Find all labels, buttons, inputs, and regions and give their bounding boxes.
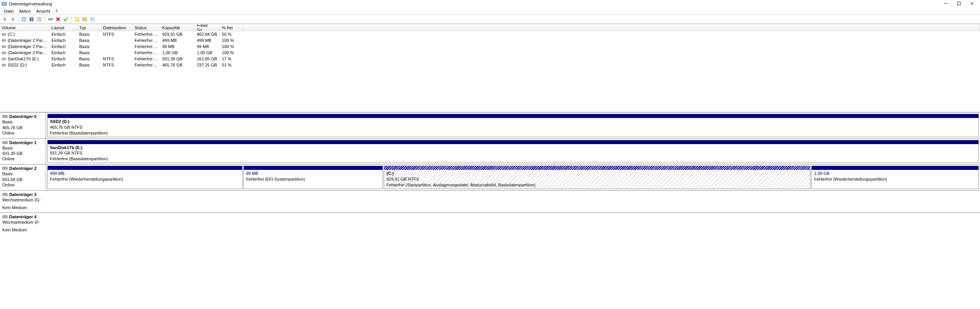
volume-cap: 99 MB	[161, 44, 195, 49]
disk-row: Datenträger 0Basis465,76 GBOnlineSSD2 (D…	[0, 112, 980, 138]
svg-rect-7	[22, 17, 26, 21]
warning-icon[interactable]	[73, 16, 80, 23]
disk-state: Kein Medium	[2, 227, 44, 233]
volume-row[interactable]: (Datenträger 2 Par…EinfachBasisFehlerfre…	[0, 50, 980, 56]
svg-rect-24	[83, 18, 87, 21]
volume-typ: Basis	[78, 56, 101, 61]
disk-info[interactable]: Datenträger 1Basis931,39 GBOnline	[0, 139, 46, 164]
hdd-icon	[2, 215, 8, 219]
partition-detail: Fehlerfrei (Wiederherstellungspartition)	[814, 176, 976, 182]
partition[interactable]: 499 MBFehlerfrei (Wiederherstellungspart…	[47, 166, 243, 189]
volume-typ: Basis	[78, 38, 101, 43]
delete-icon[interactable]	[55, 16, 62, 23]
col-header-pct[interactable]: % frei	[220, 24, 243, 31]
disk-partitions: SanDisk1Tb (E:)931,39 GB NTFSFehlerfrei …	[46, 139, 980, 164]
volume-list-pane: Volume Layout Typ Dateisystem Status Kap…	[0, 24, 980, 112]
volume-row[interactable]: SanDisk1Tb (E:)EinfachBasisNTFSFehlerfre…	[0, 56, 980, 62]
menu-help[interactable]: ?	[53, 9, 60, 13]
volume-free: 1,00 GB	[195, 50, 220, 55]
svg-rect-44	[3, 193, 7, 196]
volume-pct: 100 %	[220, 38, 243, 43]
disk-state: Online	[2, 182, 43, 188]
volume-row[interactable]: (Datenträger 2 Par…EinfachBasisFehlerfre…	[0, 43, 980, 50]
disk-info[interactable]: Datenträger 2Basis931,50 GBOnline	[0, 164, 46, 190]
svg-rect-34	[2, 47, 4, 47]
drive-icon	[2, 38, 6, 43]
volume-typ: Basis	[78, 32, 101, 37]
partition-stripe	[384, 166, 810, 170]
volume-layout: Einfach	[50, 44, 78, 49]
hdd-icon	[2, 141, 8, 145]
disk-icon[interactable]	[81, 16, 88, 23]
svg-point-23	[77, 19, 79, 22]
disk-type: Basis	[2, 145, 43, 151]
volume-pct: 100 %	[220, 50, 243, 55]
menu-file[interactable]: Datei	[2, 9, 16, 13]
volume-name: SanDisk1Tb (E:)	[8, 56, 39, 61]
volume-row[interactable]: SSD2 (D:)EinfachBasisNTFSFehlerfrei (…46…	[0, 62, 980, 68]
volume-row[interactable]: (C:)EinfachBasisNTFSFehlerfrei (…929,91 …	[0, 31, 980, 37]
disk-type: Basis	[2, 171, 43, 176]
disk-row: Datenträger 1Basis931,39 GBOnlineSanDisk…	[0, 138, 980, 164]
svg-rect-30	[2, 34, 4, 35]
volume-layout: Einfach	[50, 63, 78, 67]
back-button[interactable]	[2, 16, 8, 23]
drive-icon	[2, 44, 6, 49]
col-header-free[interactable]: Freier Sp…	[195, 24, 220, 31]
view-large-icon[interactable]	[20, 16, 27, 23]
disk-name: Datenträger 3	[9, 192, 37, 197]
volume-status: Fehlerfrei (…	[133, 38, 161, 43]
disk-row: Datenträger 3Wechselmedium (G:Kein Mediu…	[0, 190, 980, 213]
volume-status: Fehlerfrei (…	[133, 44, 161, 49]
col-header-volume[interactable]: Volume	[0, 24, 50, 31]
volume-fs: NTFS	[101, 56, 133, 61]
properties-button[interactable]	[36, 16, 43, 23]
partition[interactable]: 1,00 GBFehlerfrei (Wiederherstellungspar…	[811, 166, 979, 189]
col-header-layout[interactable]: Layout	[50, 24, 78, 31]
volume-layout: Einfach	[50, 32, 78, 37]
svg-text:?: ?	[30, 17, 33, 22]
disk-info[interactable]: Datenträger 3Wechselmedium (G:Kein Mediu…	[0, 191, 46, 213]
volume-pct: 51 %	[220, 63, 243, 67]
svg-rect-43	[3, 167, 7, 169]
connect-icon[interactable]	[47, 16, 54, 23]
disk-state: Online	[2, 130, 43, 136]
volume-row[interactable]: (Datenträger 2 Par…EinfachBasisFehlerfre…	[0, 37, 980, 43]
menu-view[interactable]: Ansicht	[34, 9, 52, 13]
disk-info[interactable]: Datenträger 4Wechselmedium (F:Kein Mediu…	[0, 213, 46, 235]
partition-detail: Fehlerfrei (Startpartition, Auslagerungs…	[386, 182, 808, 188]
col-header-status[interactable]: Status	[133, 24, 161, 31]
hdd-icon	[2, 193, 8, 196]
drive-icon	[2, 56, 6, 61]
volume-name: (Datenträger 2 Par…	[8, 44, 47, 49]
volume-list-body: (C:)EinfachBasisNTFSFehlerfrei (…929,91 …	[0, 31, 980, 112]
minimize-button[interactable]	[942, 2, 950, 6]
partition[interactable]: (C:)929,91 GB NTFSFehlerfrei (Startparti…	[384, 166, 810, 189]
partition-size: 499 MB	[50, 171, 240, 176]
window-title: Datenträgerverwaltung	[9, 2, 52, 6]
list-icon[interactable]	[89, 16, 96, 23]
partition[interactable]: SanDisk1Tb (E:)931,39 GB NTFSFehlerfrei …	[47, 140, 979, 163]
col-header-cap[interactable]: Kapazität	[161, 24, 195, 31]
volume-cap: 1,00 GB	[161, 50, 195, 55]
maximize-button[interactable]	[955, 2, 963, 6]
disk-info[interactable]: Datenträger 0Basis465,76 GBOnline	[0, 113, 46, 138]
forward-button[interactable]	[9, 16, 16, 23]
hdd-icon	[2, 115, 8, 118]
partition[interactable]: 99 MBFehlerfrei (EFI-Systempartition)	[243, 166, 383, 189]
partition[interactable]: SSD2 (D:)465,76 GB NTFSFehlerfrei (Basis…	[47, 114, 979, 137]
close-button[interactable]	[968, 2, 976, 6]
col-header-fs[interactable]: Dateisystem	[101, 24, 133, 31]
menu-action[interactable]: Aktion	[17, 9, 33, 13]
partition-title: (C:)	[386, 171, 808, 176]
disk-partitions: SSD2 (D:)465,76 GB NTFSFehlerfrei (Basis…	[46, 113, 980, 138]
refresh-button[interactable]: ?	[28, 16, 35, 23]
partition-stripe	[48, 140, 978, 144]
check-icon[interactable]	[62, 16, 69, 23]
partition-size: 465,76 GB NTFS	[50, 125, 976, 130]
volume-pct: 100 %	[220, 44, 243, 49]
col-header-typ[interactable]: Typ	[78, 24, 101, 31]
disk-state: Online	[2, 156, 43, 161]
svg-rect-38	[2, 59, 4, 59]
partition-size: 1,00 GB	[814, 171, 976, 176]
